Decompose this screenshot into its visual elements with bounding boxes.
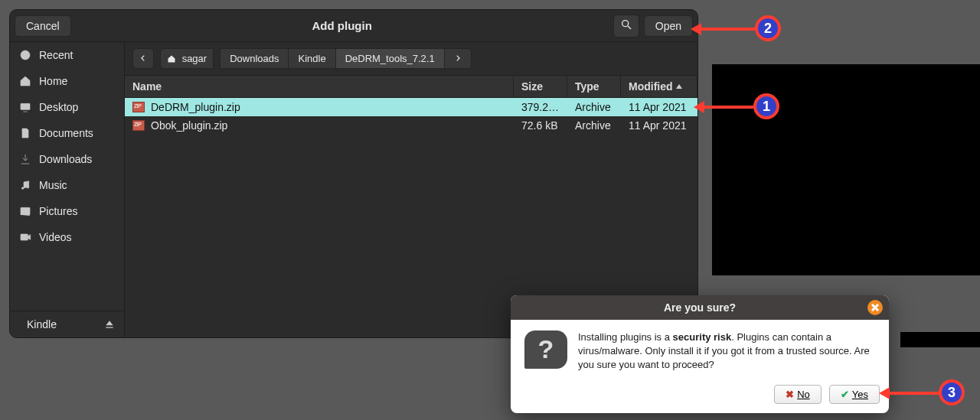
file-modified: 11 Apr 2021: [621, 98, 697, 116]
sidebar-item-music[interactable]: Music: [10, 172, 124, 198]
sidebar-item-kindle[interactable]: Kindle: [10, 311, 124, 337]
sidebar-item-home[interactable]: Home: [10, 68, 124, 94]
sidebar-item-recent[interactable]: Recent: [10, 42, 124, 68]
file-size: 72.6 kB: [514, 116, 567, 135]
yes-button[interactable]: ✔ Yes: [829, 385, 880, 404]
documents-icon: [19, 127, 31, 139]
path-back-button[interactable]: [132, 48, 154, 69]
sidebar-item-pictures[interactable]: Pictures: [10, 198, 124, 224]
breadcrumb-kindle[interactable]: Kindle: [288, 48, 335, 69]
file-row[interactable]: DeDRM_plugin.zip 379.2 kB Archive 11 Apr…: [125, 98, 697, 116]
path-bar: sagar Downloads Kindle DeDRM_tools_7.2.1: [125, 42, 697, 76]
svg-rect-8: [21, 234, 28, 240]
confirm-message: Installing plugins is a security risk. P…: [578, 330, 875, 373]
pictures-icon: [19, 205, 31, 217]
svg-line-1: [628, 26, 631, 29]
confirm-title: Are you sure?: [511, 295, 889, 320]
svg-point-5: [27, 186, 29, 188]
videos-icon: [19, 231, 31, 243]
annotation-arrow: [700, 28, 755, 31]
cross-icon: ✖: [786, 389, 794, 400]
sidebar-item-label: Music: [39, 179, 67, 191]
sidebar-item-label: Downloads: [39, 153, 92, 165]
sort-asc-icon: [676, 84, 682, 89]
titlebar: Cancel Add plugin Open: [10, 10, 697, 42]
eject-icon[interactable]: [104, 319, 115, 330]
music-icon: [19, 179, 31, 191]
annotation-badge-1: 1: [753, 93, 779, 119]
zip-icon: [132, 102, 145, 112]
sidebar-item-label: Recent: [39, 49, 73, 61]
places-sidebar: Recent Home Desktop Documents Downloads …: [10, 42, 125, 337]
file-name: DeDRM_plugin.zip: [151, 101, 240, 113]
search-icon: [620, 18, 632, 34]
downloads-icon: [19, 153, 31, 165]
sidebar-item-videos[interactable]: Videos: [10, 224, 124, 250]
col-type[interactable]: Type: [567, 76, 621, 97]
annotation-badge-2: 2: [755, 15, 781, 41]
check-icon: ✔: [841, 389, 849, 400]
sidebar-item-label: Kindle: [27, 318, 57, 330]
file-row[interactable]: Obok_plugin.zip 72.6 kB Archive 11 Apr 2…: [125, 116, 697, 135]
annotation-arrow: [703, 106, 753, 109]
breadcrumb-forward[interactable]: [444, 48, 472, 69]
zip-icon: [132, 120, 145, 131]
clock-icon: [19, 49, 31, 61]
question-icon: ?: [524, 330, 567, 369]
chevron-right-icon: [454, 53, 462, 64]
home-icon: [19, 75, 31, 87]
col-size[interactable]: Size: [514, 76, 567, 97]
sidebar-item-label: Pictures: [39, 205, 78, 217]
annotation-badge-3: 3: [939, 379, 965, 405]
file-size: 379.2 kB: [514, 98, 567, 116]
file-type: Archive: [567, 98, 621, 116]
cancel-button[interactable]: Cancel: [15, 15, 71, 37]
close-button[interactable]: [867, 300, 883, 315]
search-button[interactable]: [613, 15, 639, 37]
desktop-icon: [19, 101, 31, 113]
sidebar-item-documents[interactable]: Documents: [10, 120, 124, 146]
col-modified[interactable]: Modified: [621, 76, 697, 97]
close-icon: [871, 301, 879, 314]
sidebar-item-label: Desktop: [39, 101, 78, 113]
breadcrumb-downloads[interactable]: Downloads: [220, 48, 288, 69]
sidebar-item-label: Home: [39, 75, 67, 87]
svg-rect-3: [21, 103, 30, 109]
file-modified: 11 Apr 2021: [621, 116, 697, 135]
file-chooser-dialog: Cancel Add plugin Open Recent Home Deskt…: [9, 9, 698, 338]
file-name: Obok_plugin.zip: [151, 119, 227, 132]
confirm-dialog: Are you sure? ? Installing plugins is a …: [511, 295, 889, 413]
breadcrumb-current[interactable]: DeDRM_tools_7.2.1: [335, 48, 444, 69]
svg-point-0: [622, 20, 628, 26]
dialog-title: Add plugin: [76, 19, 609, 32]
file-list-header: Name Size Type Modified: [125, 76, 697, 98]
chevron-left-icon: [139, 53, 147, 64]
breadcrumb-home[interactable]: sagar: [160, 48, 214, 69]
sidebar-item-label: Documents: [39, 127, 93, 139]
sidebar-item-desktop[interactable]: Desktop: [10, 94, 124, 120]
breadcrumb-label: sagar: [182, 53, 207, 64]
sidebar-item-label: Videos: [39, 231, 72, 243]
col-name[interactable]: Name: [125, 76, 514, 97]
home-icon: [167, 54, 176, 63]
no-button[interactable]: ✖ No: [774, 385, 822, 404]
annotation-arrow: [888, 392, 939, 395]
file-type: Archive: [567, 116, 621, 135]
open-button[interactable]: Open: [644, 15, 693, 37]
sidebar-item-downloads[interactable]: Downloads: [10, 146, 124, 172]
svg-point-4: [21, 187, 24, 190]
file-panel: sagar Downloads Kindle DeDRM_tools_7.2.1…: [125, 42, 697, 337]
